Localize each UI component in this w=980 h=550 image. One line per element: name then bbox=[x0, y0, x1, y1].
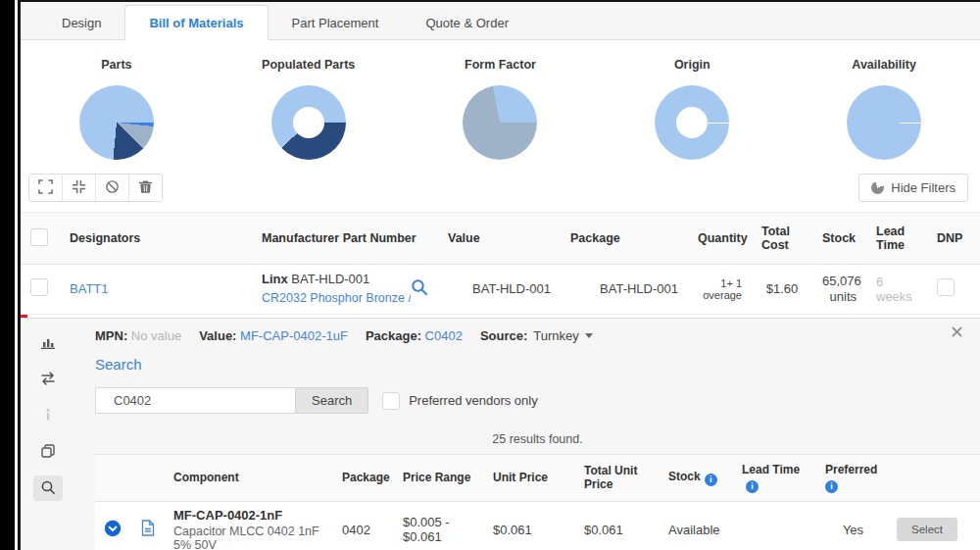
rail-copy-button[interactable] bbox=[33, 439, 63, 465]
screen: Design Bill of Materials Part Placement … bbox=[0, 0, 980, 550]
rail-search-button[interactable] bbox=[33, 475, 63, 501]
search-icon bbox=[40, 479, 56, 498]
expand-row-icon[interactable] bbox=[104, 525, 122, 540]
col-package: Package bbox=[561, 213, 688, 265]
delete-button[interactable] bbox=[129, 175, 162, 201]
value-link[interactable]: MF-CAP-0402-1uF bbox=[240, 328, 348, 343]
lead-time-cell: 6 weeks bbox=[866, 265, 927, 315]
bar-chart-icon bbox=[40, 334, 56, 353]
source-dropdown[interactable]: Source: Turnkey bbox=[480, 328, 593, 343]
component-description: Capacitor MLCC 0402 1nF 5% 50V bbox=[173, 525, 326, 550]
package-label: Package: bbox=[366, 328, 421, 343]
package-cell: BAT-HLD-001 bbox=[561, 265, 688, 315]
preferred-vendors-checkbox[interactable] bbox=[382, 392, 400, 410]
value-label: Value: bbox=[199, 328, 236, 343]
bom-toolbar: Hide Filters bbox=[21, 172, 980, 212]
total-unit-price-cell: $0.061 bbox=[576, 501, 661, 550]
package-link[interactable]: C0402 bbox=[425, 328, 463, 343]
row-actions-button-group bbox=[28, 174, 163, 202]
component-name: MF-CAP-0402-1nF bbox=[173, 508, 326, 523]
stock-cell: 65,076 units bbox=[812, 265, 866, 315]
dnp-checkbox[interactable] bbox=[937, 278, 955, 296]
left-edge-strip bbox=[15, 0, 18, 550]
app-window: Design Bill of Materials Part Placement … bbox=[19, 0, 980, 550]
ban-icon bbox=[105, 179, 120, 197]
mpn-number: BAT-HLD-001 bbox=[291, 272, 369, 286]
search-button[interactable]: Search bbox=[295, 387, 368, 414]
panel-icon-rail bbox=[21, 319, 75, 550]
col-value: Value bbox=[438, 213, 561, 265]
hide-filters-label: Hide Filters bbox=[891, 180, 956, 195]
select-all-checkbox[interactable] bbox=[30, 228, 48, 246]
search-section-heading[interactable]: Search bbox=[95, 356, 142, 373]
tab-bill-of-materials[interactable]: Bill of Materials bbox=[124, 5, 268, 40]
mpn-label: MPN: bbox=[95, 328, 127, 343]
tab-part-placement[interactable]: Part Placement bbox=[269, 6, 403, 39]
col-lead-time: Lead Time bbox=[866, 213, 927, 265]
col-mpn: Manufacturer Part Number bbox=[252, 213, 438, 265]
preferred-vendors-filter: Preferred vendors only bbox=[382, 392, 538, 410]
close-panel-button[interactable] bbox=[952, 326, 962, 337]
select-part-button[interactable]: Select bbox=[897, 518, 957, 541]
preferred-header-label: Preferred bbox=[825, 463, 877, 476]
select-all-cell bbox=[21, 213, 60, 265]
expand-all-button[interactable] bbox=[29, 175, 63, 201]
row-select-cell bbox=[21, 265, 60, 315]
search-part-icon[interactable] bbox=[411, 278, 428, 299]
col-datasheet bbox=[130, 455, 166, 502]
source-value: Turnkey bbox=[533, 328, 578, 343]
rail-info-button[interactable] bbox=[33, 403, 63, 428]
select-cell: Select bbox=[889, 501, 980, 550]
lead-time-cell bbox=[734, 501, 817, 550]
chevron-down-icon bbox=[585, 333, 593, 338]
package-cell: 0402 bbox=[334, 501, 395, 550]
collapse-all-button[interactable] bbox=[63, 175, 96, 201]
main-tab-bar: Design Bill of Materials Part Placement … bbox=[21, 2, 980, 40]
info-icon bbox=[40, 407, 56, 425]
results-count: 25 results found. bbox=[95, 432, 980, 446]
lead-time-info-icon[interactable]: i bbox=[746, 480, 759, 493]
hide-filters-button[interactable]: Hide Filters bbox=[858, 174, 968, 202]
tab-design[interactable]: Design bbox=[38, 6, 124, 39]
datasheet-icon[interactable] bbox=[141, 525, 155, 539]
origin-pie-chart bbox=[655, 85, 729, 160]
col-package: Package bbox=[334, 455, 395, 502]
chart-title: Availability bbox=[788, 58, 980, 72]
part-detail-link[interactable]: CR2032 Phosphor Bronze / Nickel Plat bbox=[262, 291, 411, 305]
dnp-mark-button[interactable] bbox=[96, 175, 129, 201]
mpn-primary: Linx BAT-HLD-001 bbox=[262, 271, 411, 289]
stock-info-icon[interactable]: i bbox=[705, 474, 717, 486]
bom-summary-charts: Parts Populated Parts Form Factor Origin… bbox=[21, 40, 980, 172]
col-unit-price: Unit Price bbox=[485, 455, 576, 502]
panel-main: MPN: No value Value: MF-CAP-0402-1uF Pac… bbox=[75, 319, 980, 550]
price-range-cell: $0.005 - $0.061 bbox=[395, 501, 485, 550]
col-stock: Stocki bbox=[661, 455, 734, 502]
selected-part-summary: MPN: No value Value: MF-CAP-0402-1uF Pac… bbox=[95, 328, 980, 343]
col-expand bbox=[95, 455, 130, 502]
chart-parts: Parts bbox=[21, 50, 213, 160]
preferred-info-icon[interactable]: i bbox=[825, 480, 838, 493]
source-label: Source: bbox=[480, 328, 527, 343]
stock-units: units bbox=[822, 289, 857, 305]
chart-title: Parts bbox=[21, 58, 213, 72]
stock-header-label: Stock bbox=[668, 470, 701, 483]
col-total-cost: Total Cost bbox=[752, 213, 812, 265]
chart-availability: Availability bbox=[788, 50, 980, 160]
rail-chart-button[interactable] bbox=[33, 330, 63, 356]
row-checkbox[interactable] bbox=[30, 278, 48, 296]
mpn-value: No value bbox=[131, 328, 181, 343]
col-designators: Designators bbox=[60, 213, 252, 265]
col-total-unit-price: Total Unit Price bbox=[576, 455, 661, 502]
search-input[interactable] bbox=[95, 387, 295, 414]
availability-pie-chart bbox=[847, 85, 921, 160]
populated-parts-pie-chart bbox=[271, 85, 346, 160]
stock-cell: Available bbox=[661, 501, 734, 550]
form-factor-pie-chart bbox=[463, 85, 537, 160]
chart-title: Form Factor bbox=[405, 58, 597, 72]
rail-swap-button[interactable] bbox=[33, 367, 63, 392]
tab-quote-order[interactable]: Quote & Order bbox=[402, 6, 532, 39]
designator-link[interactable]: BATT1 bbox=[70, 281, 109, 296]
value-summary: Value: MF-CAP-0402-1uF bbox=[199, 328, 348, 343]
unit-price-cell: $0.061 bbox=[485, 501, 576, 550]
stock-quantity: 65,076 bbox=[822, 274, 857, 289]
